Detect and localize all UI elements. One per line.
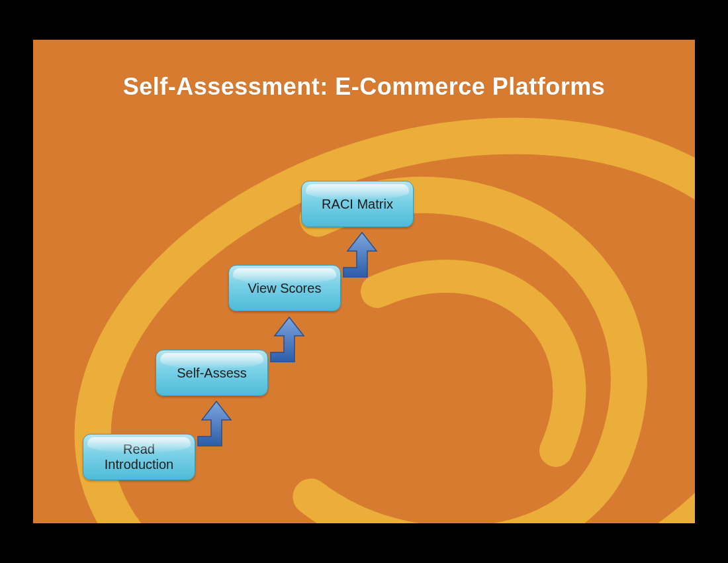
step-label: Read Introduction — [90, 442, 188, 472]
step-raci-matrix[interactable]: RACI Matrix — [301, 181, 414, 227]
arrow-up-icon — [197, 400, 236, 446]
step-self-assess[interactable]: Self-Assess — [156, 350, 268, 396]
step-label: Self-Assess — [177, 366, 247, 381]
arrow-up-icon — [269, 316, 309, 362]
slide: Self-Assessment: E-Commerce Platforms Re… — [33, 40, 695, 523]
step-label: RACI Matrix — [322, 197, 393, 212]
step-read-introduction[interactable]: Read Introduction — [83, 434, 195, 480]
arrow-up-icon — [342, 231, 382, 278]
step-label: View Scores — [248, 281, 322, 296]
step-view-scores[interactable]: View Scores — [228, 265, 341, 311]
slide-title: Self-Assessment: E-Commerce Platforms — [33, 73, 695, 101]
